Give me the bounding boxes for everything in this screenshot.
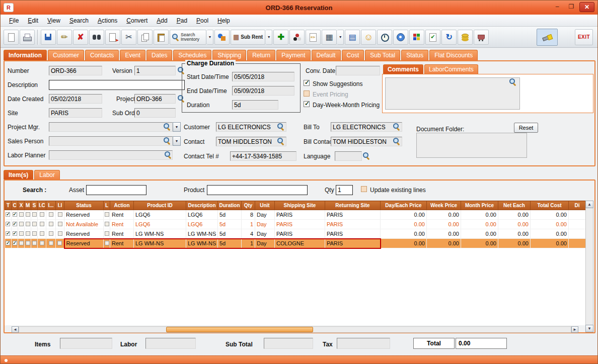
col-i[interactable]: I...	[46, 201, 56, 210]
copy-button[interactable]	[137, 30, 153, 45]
tab-contacts[interactable]: Contacts	[85, 50, 119, 60]
day-week-month-checkbox[interactable]	[304, 101, 310, 107]
customer-search-icon[interactable]	[277, 123, 285, 131]
minimize-button[interactable]: –	[551, 2, 563, 12]
qty-input[interactable]	[336, 185, 353, 195]
row-checkbox[interactable]	[13, 222, 17, 226]
comments-textarea[interactable]	[385, 77, 520, 110]
tab-event[interactable]: Event	[120, 50, 145, 60]
row-checkbox[interactable]	[6, 231, 10, 236]
tab-default[interactable]: Default	[312, 50, 341, 60]
row-checkbox[interactable]	[32, 241, 37, 245]
tab-sub-total[interactable]: Sub Total	[365, 50, 400, 60]
row-checkbox[interactable]	[49, 222, 53, 226]
duration-input[interactable]	[232, 100, 278, 110]
project-mgr-search-icon[interactable]	[164, 123, 172, 131]
col-shipping-site[interactable]: Shipping Site	[275, 201, 325, 210]
row-l-checkbox[interactable]	[105, 222, 109, 226]
col-day-each-price[interactable]: Day/Each Price	[381, 201, 427, 210]
event-pricing-checkbox[interactable]	[304, 90, 310, 97]
scroll-up-button[interactable]: ▲	[585, 201, 593, 208]
row-checkbox[interactable]	[32, 231, 37, 236]
contact-search-icon[interactable]	[277, 138, 285, 146]
menu-help[interactable]: Help	[213, 16, 235, 26]
paste-button[interactable]	[154, 30, 169, 45]
sub-rent-dropdown[interactable]: ▼	[266, 30, 272, 45]
cart-button[interactable]	[474, 30, 489, 45]
vertical-scrollbar[interactable]	[585, 201, 593, 332]
scroll-right-button[interactable]: ►	[571, 326, 578, 333]
print-button[interactable]	[20, 30, 35, 45]
tab-payment[interactable]: Payment	[276, 50, 310, 60]
menu-view[interactable]: View	[43, 16, 65, 26]
col-i-c[interactable]: I.C	[38, 201, 46, 210]
notes-button[interactable]	[306, 30, 321, 45]
row-checkbox[interactable]	[40, 241, 44, 245]
row-checkbox[interactable]	[26, 241, 30, 245]
pool-button[interactable]	[289, 30, 305, 45]
col-x[interactable]: X	[18, 201, 25, 210]
col-t[interactable]: T	[5, 201, 12, 210]
new-document-button[interactable]	[4, 30, 19, 45]
maximize-button[interactable]: ❐	[565, 2, 577, 12]
project-input[interactable]	[134, 94, 176, 104]
col-unit[interactable]: Unit	[255, 201, 275, 210]
tab-comments[interactable]: Comments	[383, 64, 423, 74]
row-checkbox[interactable]	[40, 212, 44, 217]
conv-date-input[interactable]	[336, 66, 380, 75]
row-checkbox[interactable]	[26, 222, 30, 226]
col-action[interactable]: Action	[110, 201, 134, 210]
item-row[interactable]: Not AvailableRentLGQ6LGQ65d1DayPARISPARI…	[5, 220, 586, 229]
horizontal-scrollbar[interactable]	[19, 326, 571, 333]
cut-button[interactable]: ✂	[121, 30, 136, 45]
menu-file[interactable]: File	[5, 16, 23, 26]
menu-edit[interactable]: Edit	[23, 16, 43, 26]
exit-button[interactable]: EXIT	[575, 29, 593, 45]
search-button[interactable]	[89, 30, 104, 45]
end-date-input[interactable]	[232, 86, 294, 96]
date-created-input[interactable]	[49, 94, 102, 104]
col-s[interactable]: S	[31, 201, 38, 210]
crew-button[interactable]: ☺	[361, 30, 376, 45]
edit-button[interactable]: ✏	[57, 30, 72, 45]
col-m[interactable]: M	[25, 201, 31, 210]
col-qty[interactable]: Qty	[242, 201, 255, 210]
item-row[interactable]: ReservedRentLGQ6LGQ65d8DayPARISPARIS0.00…	[5, 210, 586, 220]
row-l-checkbox[interactable]	[105, 231, 109, 236]
payments-button[interactable]	[458, 30, 473, 45]
row-checkbox[interactable]	[13, 212, 17, 217]
row-checkbox[interactable]	[19, 212, 24, 217]
visual-pick-button[interactable]	[214, 30, 230, 45]
language-input[interactable]	[335, 151, 362, 161]
project-mgr-dropdown[interactable]: ▼	[173, 122, 181, 132]
number-input[interactable]	[49, 66, 102, 75]
col-month-price[interactable]: Month Price	[461, 201, 498, 210]
menu-actions[interactable]: Actions	[93, 16, 122, 26]
col-i-i[interactable]: I.I	[56, 201, 64, 210]
col-c[interactable]: C	[12, 201, 18, 210]
language-search-icon[interactable]	[363, 152, 371, 160]
pad-dropdown[interactable]: ▼	[337, 30, 344, 45]
tab-labor[interactable]: Labor	[34, 170, 60, 179]
col-l[interactable]: L	[104, 201, 110, 210]
sales-person-dropdown[interactable]: ▼	[173, 136, 181, 146]
col-duration[interactable]: Duration	[218, 201, 242, 210]
site-input[interactable]	[49, 108, 102, 118]
menu-pool[interactable]: Pool	[192, 16, 213, 26]
contact-input[interactable]	[216, 137, 286, 146]
disc-button[interactable]	[393, 30, 408, 45]
show-suggestions-checkbox[interactable]	[304, 80, 310, 86]
scroll-down-button[interactable]: ▼	[585, 325, 593, 332]
tab-information[interactable]: Information	[4, 50, 47, 60]
row-checkbox[interactable]	[13, 241, 17, 245]
row-checkbox[interactable]	[58, 212, 62, 217]
col-di[interactable]: Di	[569, 201, 586, 210]
col-product-id[interactable]: Product ID	[134, 201, 186, 210]
menu-convert[interactable]: Convert	[122, 16, 152, 26]
row-checkbox[interactable]	[49, 212, 53, 217]
bill-contact-search-icon[interactable]	[393, 138, 401, 146]
tab-schedules[interactable]: Schedules	[173, 50, 211, 60]
sales-person-search-icon[interactable]	[164, 137, 172, 145]
horizontal-scroll-thumb[interactable]	[166, 327, 313, 332]
bill-to-input[interactable]	[331, 122, 402, 132]
